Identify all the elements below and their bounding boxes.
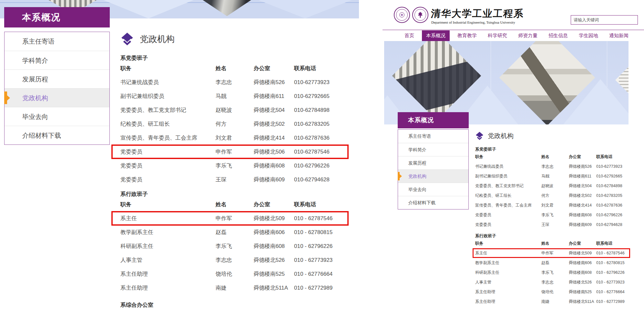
cell-phone: 010-62796226 — [596, 213, 637, 217]
sidebar-item-label: 发展历程 — [22, 76, 48, 83]
table-header-row: 职务 姓名 办公室 联系电话 — [475, 152, 637, 162]
sidebar-item-label: 介绍材料下载 — [22, 132, 61, 139]
site-subtitle: Department of Industrial Engineering, Ts… — [431, 20, 515, 24]
cell-phone: 010 - 62780815 — [596, 261, 637, 265]
main-content: 党政机构 系党委班子 职务 姓名 办公室 联系电话 书记兼统战委员李志忠舜德楼南… — [475, 130, 637, 306]
sidebar-item-party-admin[interactable]: 党政机构 — [398, 169, 468, 183]
cell-name: 饶培伦 — [216, 270, 254, 278]
cell-position: 科研副系主任 — [120, 242, 216, 250]
cell-phone: 010 - 62772989 — [294, 285, 358, 291]
cell-name: 赵晓波 — [541, 183, 569, 189]
sidebar-menu: 系主任寄语 学科简介 发展历程 党政机构 毕业去向 介绍材料下载 — [4, 32, 110, 145]
sidebar-item-discipline-intro[interactable]: 学科简介 — [5, 51, 109, 69]
table-row: 党委委员李乐飞舜德楼南608010-62796226 — [120, 159, 358, 173]
cell-name: 马靓 — [216, 92, 254, 100]
cell-position: 人事主管 — [120, 256, 216, 264]
cell-phone: 010-62792665 — [294, 93, 358, 100]
cell-office: 舜德楼北509 — [569, 251, 596, 256]
cell-name: 刘文君 — [541, 203, 569, 208]
table-row: 系主任助理南婕舜德楼北511A010 - 62772989 — [120, 281, 358, 295]
nav-item-education[interactable]: 教育教学 — [454, 31, 480, 41]
table-row: 科研副系主任李乐飞舜德楼南608010 - 62796226 — [475, 268, 637, 277]
cell-name: 李乐飞 — [216, 242, 254, 250]
cell-name: 王琛 — [541, 222, 569, 228]
banner-diamond-pale — [103, 0, 194, 18]
banner-diamond-photo-interior — [203, 0, 251, 16]
cell-phone: 010-62783205 — [596, 193, 637, 198]
cell-position: 系主任 — [475, 251, 541, 256]
sidebar-item-party-admin[interactable]: 党政机构 — [5, 88, 109, 107]
cell-office: 舜德楼北506 — [254, 148, 294, 155]
sidebar-item-history[interactable]: 发展历程 — [398, 156, 468, 169]
cell-position: 系主任助理 — [120, 270, 216, 278]
nav-item-student-life[interactable]: 学生园地 — [576, 31, 601, 41]
nav-item-news[interactable]: 通知新闻 — [606, 31, 632, 41]
cell-position: 副书记兼组织委员 — [475, 174, 541, 179]
sidebar-item-label: 毕业去向 — [22, 113, 48, 120]
cell-name: 申作军 — [541, 251, 569, 256]
sidebar-item-graduate-destinations[interactable]: 毕业去向 — [398, 183, 468, 196]
sidebar-item-materials-download[interactable]: 介绍材料下载 — [398, 196, 468, 209]
cell-name: 李乐飞 — [216, 162, 254, 169]
nav-item-about[interactable]: 本系概况 — [422, 30, 450, 41]
cell-name: 南婕 — [541, 299, 569, 305]
col-office: 办公室 — [569, 241, 596, 246]
cell-name: 南婕 — [216, 284, 254, 292]
cell-name: 李志忠 — [541, 280, 569, 285]
cell-office: 舜德楼北504 — [254, 106, 294, 114]
col-name: 姓名 — [541, 241, 569, 246]
cell-office: 舜德楼南606 — [254, 229, 294, 236]
sidebar-item-label: 系主任寄语 — [408, 134, 431, 139]
cell-office: 舜德楼北511A — [569, 299, 596, 305]
sidebar-item-directors-message[interactable]: 系主任寄语 — [398, 130, 468, 143]
cell-office: 舜德楼北414 — [569, 203, 596, 208]
cell-name: 李志忠 — [216, 79, 254, 86]
nav-item-research[interactable]: 科学研究 — [485, 31, 510, 41]
sidebar-item-history[interactable]: 发展历程 — [5, 69, 109, 88]
sidebar-title: 本系概况 — [4, 7, 110, 27]
table-row: 党委委员、教工党支部书记赵晓波舜德楼北504010-62784898 — [475, 181, 637, 191]
cell-position: 党委委员、教工党支部书记 — [475, 183, 541, 189]
active-arrow-marker-icon — [398, 172, 400, 180]
active-arrow-marker-icon — [4, 91, 7, 104]
cell-position: 系主任 — [120, 215, 216, 222]
table-row: 纪检委员、研工组长何方舜德楼北502010-62783205 — [120, 117, 358, 131]
nav-item-faculty[interactable]: 师资力量 — [515, 31, 541, 41]
banner-diamond-pale — [258, 0, 352, 18]
cell-office: 舜德楼北502 — [569, 193, 596, 198]
cell-name: 申作军 — [216, 148, 254, 155]
cell-office: 舜德楼南609 — [254, 176, 294, 183]
cell-phone: 010-62796226 — [294, 163, 358, 169]
search-input[interactable] — [571, 15, 638, 25]
sidebar-item-materials-download[interactable]: 介绍材料下载 — [5, 126, 109, 144]
table-row: 书记兼统战委员李志忠舜德楼南526010-62773923 — [475, 162, 637, 171]
department-emblem-logo[interactable] — [412, 7, 428, 23]
cell-position: 教学副系主任 — [475, 260, 541, 266]
tsinghua-university-seal-logo[interactable] — [394, 7, 410, 23]
table-row: 系主任助理饶培伦舜德楼南525010 - 62776664 — [120, 267, 358, 281]
col-phone: 联系电话 — [596, 241, 637, 246]
sidebar-item-graduate-destinations[interactable]: 毕业去向 — [5, 107, 109, 126]
cell-position: 宣传委员、青年委员、工会主席 — [120, 134, 216, 142]
col-position: 职务 — [475, 154, 541, 160]
cell-phone: 010 - 62796226 — [294, 243, 358, 250]
nav-item-admissions[interactable]: 招生信息 — [545, 31, 571, 41]
cell-office: 舜德楼北414 — [254, 134, 294, 142]
cell-phone: 010-62787546 — [294, 149, 358, 155]
cell-office: 舜德楼北511A — [254, 284, 294, 292]
table-row: 科研副系主任李乐飞舜德楼南608010 - 62796226 — [120, 239, 358, 253]
section-heading-cutoff: 系综合办公室 — [120, 302, 358, 308]
section-heading: 系行政班子 — [120, 191, 358, 198]
sidebar-item-label: 党政机构 — [408, 174, 426, 179]
nav-item-home[interactable]: 首页 — [401, 31, 417, 41]
table-row-highlighted: 系主任申作军舜德楼北509010 - 62787546 — [475, 248, 637, 258]
cell-phone: 010 - 62787546 — [294, 215, 358, 222]
cell-phone: 010 - 62776664 — [596, 290, 637, 294]
sidebar-item-label: 党政机构 — [22, 94, 48, 102]
cell-phone: 010-62784898 — [596, 184, 637, 188]
sidebar-item-discipline-intro[interactable]: 学科简介 — [398, 143, 468, 156]
cell-phone: 010-62787636 — [294, 135, 358, 141]
sidebar-item-directors-message[interactable]: 系主任寄语 — [5, 32, 109, 51]
cell-name: 李乐飞 — [541, 270, 569, 275]
cell-name: 何方 — [541, 193, 569, 198]
